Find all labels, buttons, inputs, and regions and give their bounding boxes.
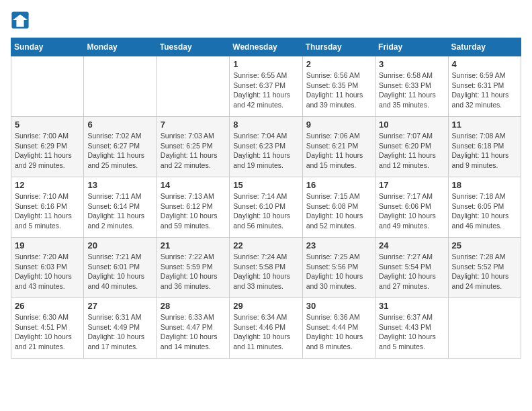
- calendar-cell: 10Sunrise: 7:07 AM Sunset: 6:20 PM Dayli…: [375, 117, 448, 177]
- calendar-cell: 26Sunrise: 6:30 AM Sunset: 4:51 PM Dayli…: [11, 298, 84, 359]
- calendar-cell: 16Sunrise: 7:15 AM Sunset: 6:08 PM Dayli…: [302, 177, 375, 238]
- calendar-week-row: 1Sunrise: 6:55 AM Sunset: 6:37 PM Daylig…: [11, 56, 521, 117]
- day-number: 10: [379, 120, 444, 130]
- day-info: Sunrise: 7:02 AM Sunset: 6:27 PM Dayligh…: [87, 131, 152, 171]
- day-info: Sunrise: 7:18 AM Sunset: 6:05 PM Dayligh…: [452, 191, 517, 231]
- day-info: Sunrise: 7:27 AM Sunset: 5:54 PM Dayligh…: [379, 252, 444, 291]
- calendar-cell: 13Sunrise: 7:11 AM Sunset: 6:14 PM Dayli…: [84, 177, 157, 238]
- calendar-cell: 25Sunrise: 7:28 AM Sunset: 5:52 PM Dayli…: [448, 238, 521, 298]
- day-number: 1: [233, 59, 298, 69]
- day-info: Sunrise: 6:36 AM Sunset: 4:44 PM Dayligh…: [306, 312, 371, 352]
- day-info: Sunrise: 7:06 AM Sunset: 6:21 PM Dayligh…: [306, 131, 371, 171]
- calendar-cell: 12Sunrise: 7:10 AM Sunset: 6:16 PM Dayli…: [11, 177, 84, 238]
- calendar-cell: 2Sunrise: 6:56 AM Sunset: 6:35 PM Daylig…: [302, 56, 375, 117]
- logo: [11, 11, 32, 30]
- page-header: [11, 11, 521, 30]
- day-info: Sunrise: 7:28 AM Sunset: 5:52 PM Dayligh…: [452, 252, 517, 291]
- day-number: 12: [15, 180, 80, 190]
- day-info: Sunrise: 6:59 AM Sunset: 6:31 PM Dayligh…: [452, 71, 517, 110]
- day-number: 15: [233, 180, 298, 190]
- calendar-week-row: 26Sunrise: 6:30 AM Sunset: 4:51 PM Dayli…: [11, 298, 521, 359]
- calendar-cell: 24Sunrise: 7:27 AM Sunset: 5:54 PM Dayli…: [375, 238, 448, 298]
- calendar-table: SundayMondayTuesdayWednesdayThursdayFrid…: [11, 38, 521, 359]
- day-number: 19: [15, 240, 80, 250]
- calendar-cell: 7Sunrise: 7:03 AM Sunset: 6:25 PM Daylig…: [157, 117, 229, 177]
- day-info: Sunrise: 7:20 AM Sunset: 6:03 PM Dayligh…: [15, 252, 80, 291]
- day-number: 11: [452, 120, 517, 130]
- weekday-header-thursday: Thursday: [302, 38, 375, 56]
- calendar-cell: 28Sunrise: 6:33 AM Sunset: 4:47 PM Dayli…: [157, 298, 229, 359]
- day-info: Sunrise: 6:31 AM Sunset: 4:49 PM Dayligh…: [87, 312, 152, 352]
- weekday-header-tuesday: Tuesday: [157, 38, 229, 56]
- day-info: Sunrise: 7:15 AM Sunset: 6:08 PM Dayligh…: [306, 191, 371, 231]
- day-info: Sunrise: 6:37 AM Sunset: 4:43 PM Dayligh…: [379, 312, 444, 352]
- calendar-cell: 9Sunrise: 7:06 AM Sunset: 6:21 PM Daylig…: [302, 117, 375, 177]
- day-info: Sunrise: 6:55 AM Sunset: 6:37 PM Dayligh…: [233, 71, 298, 110]
- calendar-cell: 27Sunrise: 6:31 AM Sunset: 4:49 PM Dayli…: [84, 298, 157, 359]
- day-number: 26: [15, 301, 80, 311]
- day-number: 4: [452, 59, 517, 69]
- day-info: Sunrise: 6:58 AM Sunset: 6:33 PM Dayligh…: [379, 71, 444, 110]
- day-info: Sunrise: 7:17 AM Sunset: 6:06 PM Dayligh…: [379, 191, 444, 231]
- calendar-week-row: 5Sunrise: 7:00 AM Sunset: 6:29 PM Daylig…: [11, 117, 521, 177]
- calendar-cell: 17Sunrise: 7:17 AM Sunset: 6:06 PM Dayli…: [375, 177, 448, 238]
- calendar-cell: 23Sunrise: 7:25 AM Sunset: 5:56 PM Dayli…: [302, 238, 375, 298]
- calendar-cell: 1Sunrise: 6:55 AM Sunset: 6:37 PM Daylig…: [230, 56, 302, 117]
- day-info: Sunrise: 7:13 AM Sunset: 6:12 PM Dayligh…: [161, 191, 226, 231]
- calendar-cell: 5Sunrise: 7:00 AM Sunset: 6:29 PM Daylig…: [11, 117, 84, 177]
- day-number: 23: [306, 240, 371, 250]
- day-number: 24: [379, 240, 444, 250]
- day-number: 13: [87, 180, 152, 190]
- calendar-cell: 4Sunrise: 6:59 AM Sunset: 6:31 PM Daylig…: [448, 56, 521, 117]
- calendar-cell: 3Sunrise: 6:58 AM Sunset: 6:33 PM Daylig…: [375, 56, 448, 117]
- calendar-cell: 29Sunrise: 6:34 AM Sunset: 4:46 PM Dayli…: [230, 298, 302, 359]
- day-number: 31: [379, 301, 444, 311]
- calendar-cell: 8Sunrise: 7:04 AM Sunset: 6:23 PM Daylig…: [230, 117, 302, 177]
- weekday-header-sunday: Sunday: [11, 38, 84, 56]
- calendar-cell: 14Sunrise: 7:13 AM Sunset: 6:12 PM Dayli…: [157, 177, 229, 238]
- day-number: 8: [233, 120, 298, 130]
- calendar-cell: 31Sunrise: 6:37 AM Sunset: 4:43 PM Dayli…: [375, 298, 448, 359]
- day-number: 22: [233, 240, 298, 250]
- day-info: Sunrise: 7:21 AM Sunset: 6:01 PM Dayligh…: [87, 252, 152, 291]
- day-number: 28: [161, 301, 226, 311]
- calendar-week-row: 12Sunrise: 7:10 AM Sunset: 6:16 PM Dayli…: [11, 177, 521, 238]
- calendar-cell: 22Sunrise: 7:24 AM Sunset: 5:58 PM Dayli…: [230, 238, 302, 298]
- calendar-cell: 18Sunrise: 7:18 AM Sunset: 6:05 PM Dayli…: [448, 177, 521, 238]
- day-number: 17: [379, 180, 444, 190]
- calendar-cell: 11Sunrise: 7:08 AM Sunset: 6:18 PM Dayli…: [448, 117, 521, 177]
- day-number: 20: [87, 240, 152, 250]
- day-info: Sunrise: 6:33 AM Sunset: 4:47 PM Dayligh…: [161, 312, 226, 352]
- logo-icon: [11, 11, 30, 30]
- calendar-cell: 6Sunrise: 7:02 AM Sunset: 6:27 PM Daylig…: [84, 117, 157, 177]
- day-info: Sunrise: 7:22 AM Sunset: 5:59 PM Dayligh…: [161, 252, 226, 291]
- weekday-header-friday: Friday: [375, 38, 448, 56]
- day-number: 30: [306, 301, 371, 311]
- day-number: 9: [306, 120, 371, 130]
- weekday-header-wednesday: Wednesday: [230, 38, 302, 56]
- calendar-cell: 15Sunrise: 7:14 AM Sunset: 6:10 PM Dayli…: [230, 177, 302, 238]
- day-number: 6: [87, 120, 152, 130]
- calendar-cell: [11, 56, 84, 117]
- calendar-cell: [157, 56, 229, 117]
- day-number: 2: [306, 59, 371, 69]
- day-info: Sunrise: 7:04 AM Sunset: 6:23 PM Dayligh…: [233, 131, 298, 171]
- calendar-week-row: 19Sunrise: 7:20 AM Sunset: 6:03 PM Dayli…: [11, 238, 521, 298]
- day-info: Sunrise: 6:30 AM Sunset: 4:51 PM Dayligh…: [15, 312, 80, 352]
- day-info: Sunrise: 7:00 AM Sunset: 6:29 PM Dayligh…: [15, 131, 80, 171]
- calendar-cell: 21Sunrise: 7:22 AM Sunset: 5:59 PM Dayli…: [157, 238, 229, 298]
- day-number: 21: [161, 240, 226, 250]
- day-number: 5: [15, 120, 80, 130]
- calendar-cell: 19Sunrise: 7:20 AM Sunset: 6:03 PM Dayli…: [11, 238, 84, 298]
- day-info: Sunrise: 6:56 AM Sunset: 6:35 PM Dayligh…: [306, 71, 371, 110]
- day-info: Sunrise: 7:03 AM Sunset: 6:25 PM Dayligh…: [161, 131, 226, 171]
- day-info: Sunrise: 7:11 AM Sunset: 6:14 PM Dayligh…: [87, 191, 152, 231]
- calendar-cell: 20Sunrise: 7:21 AM Sunset: 6:01 PM Dayli…: [84, 238, 157, 298]
- day-info: Sunrise: 7:07 AM Sunset: 6:20 PM Dayligh…: [379, 131, 444, 171]
- day-info: Sunrise: 7:10 AM Sunset: 6:16 PM Dayligh…: [15, 191, 80, 231]
- day-info: Sunrise: 7:14 AM Sunset: 6:10 PM Dayligh…: [233, 191, 298, 231]
- weekday-header-monday: Monday: [84, 38, 157, 56]
- calendar-cell: [84, 56, 157, 117]
- day-number: 7: [161, 120, 226, 130]
- day-number: 27: [87, 301, 152, 311]
